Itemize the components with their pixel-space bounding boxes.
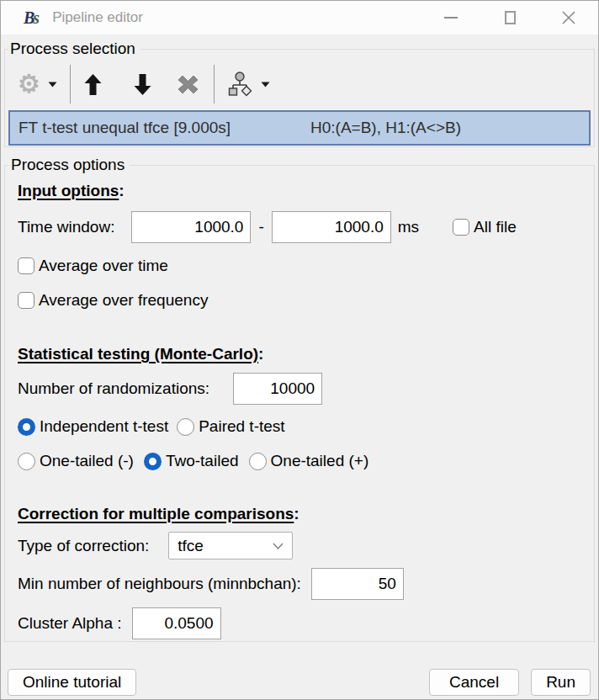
window-title: Pipeline editor [52,9,143,26]
time-window-unit: ms [398,218,419,236]
one-tailed-neg-label: One-tailed (-) [40,452,134,470]
cluster-alpha-input[interactable] [132,607,221,639]
titlebar: Bs Pipeline editor [1,1,598,34]
move-up-button[interactable] [83,73,103,96]
close-icon [561,10,576,25]
statistical-testing-heading: Statistical testing (Monte-Carlo) [18,345,591,363]
remove-process-button[interactable] [175,72,201,97]
maximize-button[interactable] [480,1,539,34]
window-controls [421,1,598,34]
time-window-row: Time window: - ms All file [18,211,591,243]
run-button[interactable]: Run [531,669,591,696]
pipeline-editor-window: Bs Pipeline editor Process selection ⚙ [0,0,599,700]
time-window-separator: - [258,218,263,236]
process-name: FT t-test unequal tfce [9.000s] [19,119,310,137]
average-over-time-checkbox[interactable] [18,257,34,274]
average-over-frequency-row: Average over frequency [18,291,591,310]
process-options-group: Process options Input options Time windo… [4,156,595,642]
correction-type-row: Type of correction: tfce [18,532,591,559]
down-arrow-icon [133,73,152,96]
independent-t-test-radio[interactable] [18,418,35,436]
all-file-checkbox[interactable] [453,219,469,236]
process-toolbar: ⚙ [8,58,591,110]
process-menu-button[interactable]: ⚙ [18,72,57,97]
minimize-button[interactable] [421,1,480,34]
minnbchan-input[interactable] [311,568,404,600]
delete-x-icon [175,72,201,97]
one-tailed-pos-label: One-tailed (+) [271,452,369,470]
process-hypothesis: H0:(A=B), H1:(A<>B) [310,119,461,137]
move-down-button[interactable] [133,73,152,96]
input-options-heading: Input options [18,182,591,200]
cluster-alpha-row: Cluster Alpha : [18,607,591,639]
correction-type-value: tfce [178,537,204,555]
randomizations-row: Number of randomizations: [18,373,591,405]
minnbchan-label: Min number of neighbours (minnbchan): [18,575,301,593]
toolbar-divider [214,65,215,103]
pipeline-tree-icon [227,72,253,98]
process-options-label: Process options [9,156,130,174]
average-over-frequency-checkbox[interactable] [18,292,34,309]
maximize-icon [505,11,516,24]
up-arrow-icon [83,73,103,96]
tail-radio-row: One-tailed (-) Two-tailed One-tailed (+) [18,452,591,470]
paired-t-test-label: Paired t-test [199,417,284,436]
randomizations-label: Number of randomizations: [18,379,209,398]
one-tailed-neg-radio[interactable] [18,453,35,470]
average-over-time-row: Average over time [18,257,591,275]
process-selection-group: Process selection ⚙ [4,40,595,147]
toolbar-divider [70,65,71,103]
independent-t-test-label: Independent t-test [40,417,168,436]
test-type-radio-row: Independent t-test Paired t-test [18,417,591,436]
footer-right: Cancel Run [429,669,591,696]
two-tailed-label: Two-tailed [166,452,239,470]
paired-t-test-radio[interactable] [177,418,194,436]
correction-heading: Correction for multiple comparisons [18,505,591,523]
all-file-label: All file [474,218,517,236]
cancel-button[interactable]: Cancel [429,669,519,696]
correction-type-select[interactable]: tfce [168,532,293,559]
time-window-label: Time window: [18,218,114,236]
minimize-icon [444,17,458,19]
randomizations-input[interactable] [233,373,322,405]
process-selection-label: Process selection [8,40,140,58]
cluster-alpha-label: Cluster Alpha : [18,614,122,633]
minnbchan-row: Min number of neighbours (minnbchan): [18,568,591,600]
gear-icon: ⚙ [18,72,40,97]
one-tailed-pos-radio[interactable] [249,453,267,470]
chevron-down-icon [48,82,57,88]
chevron-down-icon [261,82,270,88]
footer-left: Online tutorial [8,669,136,696]
pipeline-menu-button[interactable] [227,72,270,98]
correction-type-label: Type of correction: [18,537,149,555]
close-button[interactable] [539,1,598,34]
chevron-down-icon [273,543,284,549]
selected-process-row[interactable]: FT t-test unequal tfce [9.000s] H0:(A=B)… [8,110,591,146]
time-window-end-input[interactable] [272,211,391,243]
average-over-time-label: Average over time [39,257,168,275]
two-tailed-radio[interactable] [144,453,162,470]
average-over-frequency-label: Average over frequency [39,291,208,310]
time-window-start-input[interactable] [131,211,251,243]
brainstorm-logo-icon: Bs [24,9,38,26]
online-tutorial-button[interactable]: Online tutorial [8,669,136,696]
